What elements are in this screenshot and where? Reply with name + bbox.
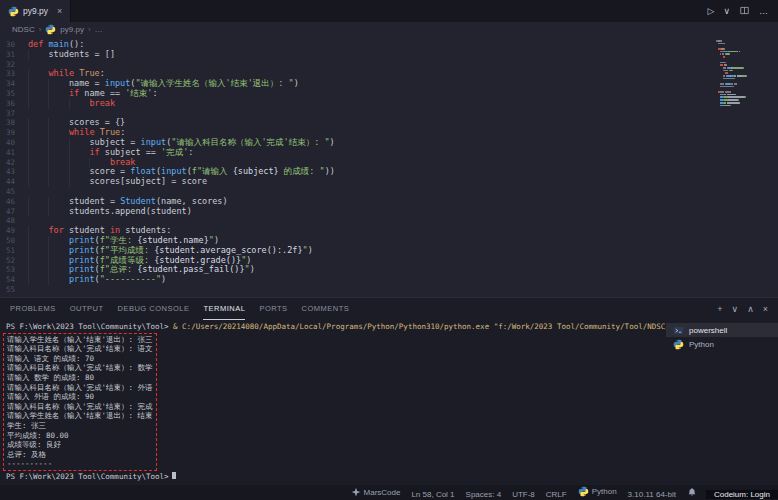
minimap-line	[716, 91, 774, 93]
minimap-line	[716, 105, 774, 107]
indent-guide	[69, 177, 89, 187]
line-number: 43	[0, 167, 28, 177]
line-number: 42	[0, 158, 28, 168]
line-number: 31	[0, 50, 28, 60]
close-panel-icon[interactable]: ×	[763, 304, 768, 314]
breadcrumb: NDSC › py9.py › …	[0, 22, 778, 37]
indent-guide	[28, 50, 48, 60]
breadcrumb-symbol[interactable]: …	[95, 25, 103, 34]
indent-guide	[48, 197, 68, 207]
panel-tab-comments[interactable]: COMMENTS	[302, 298, 350, 320]
minimap-line	[716, 72, 774, 74]
panel-tab-terminal[interactable]: TERMINAL	[203, 298, 245, 320]
code-editor[interactable]: 30def main():31students = []3233while Tr…	[0, 37, 778, 297]
terminal-output-line: 请输入科目名称（输入'完成'结束）: 数学	[7, 363, 153, 373]
terminal-output-line: 学生: 张三	[7, 421, 153, 431]
terminal-session-python[interactable]: Python	[666, 337, 778, 351]
indent-guide	[48, 265, 68, 275]
minimap-line	[716, 88, 774, 90]
indent-guide	[28, 148, 48, 158]
indent-guide	[48, 177, 68, 187]
terminal-session-powershell[interactable]: powershell	[666, 323, 778, 337]
line-number: 52	[0, 256, 28, 266]
minimap[interactable]	[716, 40, 774, 297]
terminal-output-line: 请输入学生姓名（输入'结束'退出）: 张三	[7, 335, 153, 345]
terminal-prompt: PS F:\Work\2023 Tool\Community\Tool>	[6, 472, 169, 481]
minimap-line	[716, 53, 774, 55]
encoding-setting[interactable]: UTF-8	[512, 490, 535, 499]
eol-setting[interactable]: CRLF	[546, 490, 567, 499]
panel-tab-problems[interactable]: PROBLEMS	[10, 298, 56, 320]
minimap-line	[716, 56, 774, 58]
line-number: 30	[0, 40, 28, 50]
line-number: 45	[0, 187, 28, 197]
indentation-setting[interactable]: Spaces: 4	[466, 490, 502, 499]
editor-tab-bar: py9.py × ▷ ∨ …	[0, 0, 778, 22]
terminal-prompt-line: PS F:\Work\2023 Tool\Community\Tool>	[6, 472, 666, 482]
split-editor-icon[interactable]	[739, 5, 750, 18]
indent-guide	[48, 148, 68, 158]
notifications-bell[interactable]	[687, 487, 697, 497]
indent-guide	[28, 128, 48, 138]
tab-label: py9.py	[23, 6, 48, 16]
indent-guide	[28, 167, 48, 177]
run-dropdown-icon[interactable]: ∨	[723, 6, 730, 16]
minimap-line	[716, 70, 774, 72]
minimap-line	[716, 62, 774, 64]
run-python-file-button[interactable]: ▷	[707, 6, 714, 16]
panel-tab-debug-console[interactable]: DEBUG CONSOLE	[118, 298, 190, 320]
panel-body: PS F:\Work\2023 Tool\Community\Tool> & C…	[0, 320, 778, 485]
new-terminal-icon[interactable]: +	[717, 304, 722, 314]
indent-guide	[69, 158, 89, 168]
minimap-line	[716, 51, 774, 53]
indent-guide	[48, 128, 68, 138]
code-line: 32	[0, 60, 778, 70]
marscode-status[interactable]: MarsCode	[351, 487, 401, 497]
indent-guide	[28, 79, 48, 89]
maximize-panel-icon[interactable]: ∧	[747, 304, 754, 314]
indent-guide	[28, 226, 48, 236]
line-number: 55	[0, 285, 28, 295]
more-actions-icon[interactable]: …	[759, 6, 768, 16]
terminal-picker-icon[interactable]: ∨	[732, 304, 739, 314]
codeium-login[interactable]: Codeium: Login	[706, 490, 778, 499]
minimap-line	[716, 43, 774, 45]
indent-guide	[48, 236, 68, 246]
terminal-output-line: 请输入科目名称（输入'完成'结束）: 外语	[7, 383, 153, 393]
line-number: 35	[0, 89, 28, 99]
line-number: 51	[0, 246, 28, 256]
terminal-session-list: powershellPython	[666, 320, 778, 485]
indent-guide	[28, 118, 48, 128]
indent-guide	[28, 69, 48, 79]
indent-guide	[28, 265, 48, 275]
indent-guide	[69, 167, 89, 177]
line-number: 37	[0, 109, 28, 119]
indent-guide	[28, 99, 48, 109]
line-number: 53	[0, 265, 28, 275]
line-number: 34	[0, 79, 28, 89]
panel-tab-ports[interactable]: PORTS	[259, 298, 287, 320]
indent-guide	[48, 158, 68, 168]
editor-tab-py9[interactable]: py9.py ×	[0, 0, 71, 22]
indent-guide	[69, 148, 89, 158]
breadcrumb-folder[interactable]: NDSC	[12, 25, 35, 34]
language-mode[interactable]: Python	[578, 486, 617, 497]
indent-guide	[48, 99, 68, 109]
cursor-position[interactable]: Ln 58, Col 1	[411, 490, 454, 499]
terminal[interactable]: PS F:\Work\2023 Tool\Community\Tool> & C…	[0, 320, 666, 485]
minimap-line	[716, 40, 774, 42]
code-line: 44scores[subject] = score	[0, 177, 778, 187]
indent-guide	[48, 256, 68, 266]
line-number: 39	[0, 128, 28, 138]
close-tab-icon[interactable]: ×	[57, 6, 62, 16]
indent-guide	[48, 207, 68, 217]
panel-tab-output[interactable]: OUTPUT	[70, 298, 104, 320]
indent-guide	[28, 207, 48, 217]
status-bar-items: MarsCodeLn 58, Col 1Spaces: 4UTF-8CRLFPy…	[340, 486, 778, 499]
terminal-session-label: Python	[689, 340, 714, 349]
indent-guide	[28, 197, 48, 207]
terminal-output-line: 平均成绩: 80.00	[7, 431, 153, 441]
breadcrumb-file[interactable]: py9.py	[60, 25, 84, 34]
terminal-command: & C:/Users/20214080/AppData/Local/Progra…	[169, 322, 666, 331]
python-interpreter[interactable]: 3.10.11 64-bit	[628, 490, 676, 499]
